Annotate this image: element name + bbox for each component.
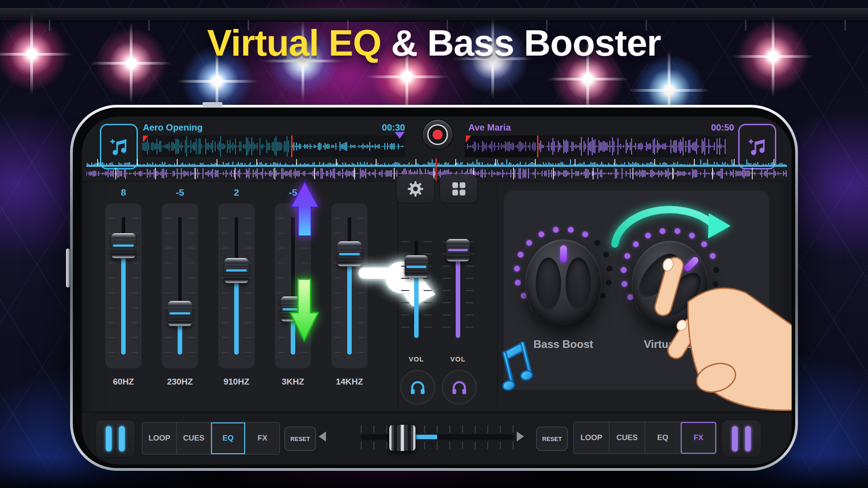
volume-slider-handle[interactable] [405,255,428,278]
deck-b-wave-graphic [465,136,726,157]
cue-marker-icon [143,136,148,143]
deck-b-reset-button[interactable]: RESET [536,427,568,451]
beat-marker [256,159,257,165]
knob-scale-dot [514,266,520,272]
knob-scale-dot [568,227,574,233]
eq-slider-910hz[interactable] [218,203,255,368]
beat-marker [575,159,576,165]
overview-strip-deck-b[interactable] [86,168,787,179]
beat-marker [672,168,673,179]
deck-a-volume-slider[interactable] [398,235,434,343]
deck-a-pause-button[interactable] [95,420,135,458]
beat-marker [774,159,774,165]
beat-marker [97,159,98,165]
deck-a-reset-button[interactable]: RESET [284,427,316,451]
deck-a-track-name: Aero Opening [143,122,203,133]
crossfader-ticks [361,441,514,449]
deck-b-monitor-button[interactable] [442,370,477,405]
deck-a-eq-button[interactable]: EQ [211,422,245,454]
beat-markers [86,168,787,179]
bass-boost-knob[interactable] [525,239,602,328]
add-music-note-icon [108,136,129,157]
deck-b-loop-button[interactable]: LOOP [574,422,609,454]
deck-a-cues-button[interactable]: CUES [177,422,211,454]
gear-icon [407,180,424,197]
eq-slider-handle[interactable] [111,233,136,258]
eq-slider-60hz[interactable] [105,203,142,368]
beat-marker [274,168,275,179]
deck-a-mode-group: LOOP CUES EQ FX [142,422,280,455]
knob-scale-dot [624,253,630,259]
beat-marker [614,159,615,165]
crossfader-handle[interactable] [389,424,416,451]
app-screen: Aero Opening 00:30 Ave Maria 00:50 [82,117,792,465]
headphones-icon [409,379,426,396]
crossfade-left-arrow[interactable] [319,432,326,441]
title-highlight: Virtual EQ [207,22,381,63]
eq-slider-230hz[interactable] [162,203,198,368]
beat-marker [155,168,156,179]
eq-slider-handle[interactable] [224,258,249,283]
beat-markers [86,159,787,165]
volume-slider-handle[interactable] [446,239,470,262]
deck-b-waveform[interactable] [465,136,726,157]
divider [82,181,792,182]
deck-a-waveform[interactable] [142,136,405,157]
slider-fill [347,254,352,355]
cue-marker-icon [466,136,471,143]
page-title: Virtual EQ & Bass Booster [0,22,868,64]
phone-bezel: Aero Opening 00:30 Ave Maria 00:50 [73,108,795,468]
deck-b-cues-button[interactable]: CUES [609,422,645,454]
pause-icon [119,426,125,451]
beat-marker [195,168,196,179]
beat-marker [394,168,395,179]
eq-slider-handle[interactable] [168,301,192,326]
eq-band-freq: 910HZ [218,377,255,387]
eq-band-freq: 3KHZ [275,377,311,387]
deck-a-monitor-button[interactable] [400,370,435,405]
beat-marker [455,159,456,165]
slider-ticks [278,218,284,354]
beat-marker [415,159,416,165]
record-button[interactable] [422,119,453,150]
record-ring [427,124,448,145]
deck-b-volume-slider[interactable] [440,235,476,343]
beat-marker [734,159,735,165]
deck-b-fx-button[interactable]: FX [681,422,716,454]
knob-scale-dot [538,231,544,237]
crossfader-ticks [361,425,514,433]
beat-marker [235,168,236,179]
deck-b-mode-group: LOOP CUES EQ FX [573,422,717,454]
overview-strip-deck-a[interactable] [86,159,787,167]
deck-b-pause-button[interactable] [722,420,761,458]
crossfade-right-arrow[interactable] [517,432,524,441]
deck-b-time: 00:50 [698,122,734,133]
knob-scale-dot [603,252,609,258]
pointing-hand-illustration [649,249,792,411]
knob-scale-dot [622,281,627,287]
deck-b-vol-label: VOL [440,355,476,363]
beat-marker [654,159,655,165]
beat-marker [495,159,496,165]
settings-button[interactable] [396,174,434,203]
deck-a-fx-button[interactable]: FX [245,422,279,454]
deck-a-loop-button[interactable]: LOOP [142,422,177,454]
deck-b-eq-button[interactable]: EQ [645,422,681,454]
deck-a-time: 00:30 [369,122,405,133]
grid-icon [451,181,467,197]
beat-marker [137,159,138,165]
swipe-up-arrow [290,181,319,237]
beat-marker [712,168,713,179]
crossfader-track[interactable] [361,434,514,440]
phone-antenna-band [203,102,222,107]
slider-ticks [245,218,251,354]
deck-a-position-marker [395,132,405,139]
playhead-line [435,158,437,181]
beat-marker [376,159,377,165]
knob-scale-dot [594,240,600,246]
pads-button[interactable] [439,174,478,203]
swipe-down-arrow [289,278,319,342]
pause-icon [732,426,738,451]
beat-marker [314,168,315,179]
deck-a-vol-label: VOL [398,355,434,363]
